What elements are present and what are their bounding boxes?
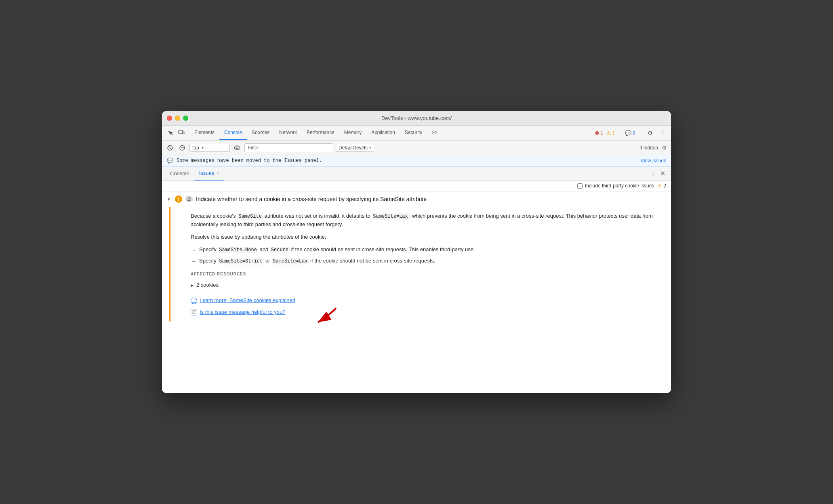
console-toolbar: top ▼ Default levels ▾ 9 hidden ⚙ — [162, 141, 671, 155]
links-section: → Learn more: SameSite cookies explained… — [191, 296, 663, 317]
inner-tabs-bar: Console Issues × ⋮ ✕ — [162, 167, 671, 181]
clear-console-button[interactable] — [165, 143, 175, 153]
cookies-toggle-arrow: ▶ — [191, 282, 194, 289]
badge-separator-2 — [640, 130, 640, 136]
bullet-2: → Specify SameSite=Strict or SameSite=La… — [191, 257, 663, 266]
devtools-top: Elements Console Sources Network Perform… — [162, 126, 671, 141]
main-content: ▼ ! 2 Indicate whether to send a cookie … — [162, 191, 671, 393]
red-arrow-annotation — [312, 304, 344, 328]
minimize-button[interactable] — [175, 116, 180, 121]
bullet-1: → Specify SameSite=None and Secure if th… — [191, 246, 663, 254]
svg-rect-1 — [183, 132, 184, 134]
issue-paragraph-2: Resolve this issue by updating the attri… — [191, 233, 663, 242]
fullscreen-button[interactable] — [183, 116, 188, 121]
tab-console[interactable]: Console — [219, 126, 247, 140]
info-banner: 💬 Some messages have been moved to the I… — [162, 155, 671, 167]
svg-rect-0 — [179, 130, 183, 134]
eye-button[interactable] — [232, 143, 242, 153]
filter-input[interactable] — [244, 143, 333, 152]
more-button[interactable]: ⋮ — [658, 128, 668, 138]
tab-network[interactable]: Network — [274, 126, 302, 140]
svg-point-7 — [236, 147, 238, 149]
close-issues-tab[interactable]: × — [217, 171, 219, 176]
title-bar: DevTools - www.youtube.com/ — [162, 111, 671, 126]
device-icon[interactable] — [177, 128, 186, 138]
cookies-label: 2 cookies — [196, 281, 219, 290]
close-button[interactable] — [167, 116, 172, 121]
traffic-lights — [167, 116, 188, 121]
context-selector[interactable]: top ▼ — [189, 144, 230, 152]
arrow-icon-2: → — [191, 257, 196, 266]
svg-line-3 — [168, 146, 172, 149]
helpful-link[interactable]: 💬 Is this issue message helpful to you? — [191, 308, 663, 317]
affected-resources: AFFECTED RESOURCES ▶ 2 cookies — [191, 271, 663, 291]
tab-application[interactable]: Application — [366, 126, 400, 140]
toolbar-right: ⊗ 1 ⚠ 1 💬 2 ⚙ ⋮ — [595, 128, 668, 138]
tab-security[interactable]: Security — [400, 126, 427, 140]
console-settings-button[interactable]: ⚙ — [661, 144, 668, 151]
svg-point-6 — [234, 146, 240, 150]
cookie-filter-bar: Include third-party cookie issues ⚠ 2 — [162, 181, 671, 191]
code-samesite-strict: SameSite=Strict — [218, 258, 264, 265]
code-samesite: SameSite — [237, 213, 263, 220]
warning-icon: ⚠ — [606, 130, 611, 136]
third-party-cookie-checkbox[interactable] — [577, 183, 583, 189]
bullet-1-text: Specify SameSite=None and Secure if the … — [199, 246, 475, 254]
learn-more-link[interactable]: → Learn more: SameSite cookies explained — [191, 296, 663, 305]
code-secure: Secure — [270, 247, 290, 253]
cookie-warning-icon: ⚠ — [657, 183, 662, 189]
inner-tab-console[interactable]: Console — [165, 167, 194, 181]
code-samesite-lax: SameSite=Lax — [372, 213, 409, 220]
error-icon: ⊗ — [595, 130, 600, 136]
inner-tabs-right: ⋮ ✕ — [648, 169, 668, 178]
issue-paragraph-1: Because a cookie's SameSite attribute wa… — [191, 212, 663, 229]
feedback-icon: 💬 — [191, 309, 197, 315]
log-levels-selector[interactable]: Default levels ▾ — [336, 144, 374, 152]
window-title: DevTools - www.youtube.com/ — [381, 115, 452, 121]
hidden-count: 9 hidden — [639, 145, 658, 151]
badge-separator — [620, 130, 620, 136]
learn-more-icon: → — [191, 298, 197, 304]
info-banner-text: 💬 Some messages have been moved to the I… — [167, 158, 322, 164]
arrow-icon-1: → — [191, 246, 196, 254]
cookie-warning-count: ⚠ 2 — [657, 183, 666, 189]
nav-tabs: Elements Console Sources Network Perform… — [162, 126, 671, 140]
tab-performance[interactable]: Performance — [302, 126, 339, 140]
cookies-toggle[interactable]: ▶ 2 cookies — [191, 280, 663, 291]
warning-badge[interactable]: ⚠ 1 — [606, 130, 615, 136]
inner-tab-issues[interactable]: Issues × — [194, 167, 224, 181]
tab-elements[interactable]: Elements — [189, 126, 219, 140]
third-party-cookie-label[interactable]: Include third-party cookie issues — [577, 183, 654, 189]
view-issues-link[interactable]: View issues — [641, 158, 666, 164]
issue-title: Indicate whether to send a cookie in a c… — [196, 196, 427, 202]
tab-sources[interactable]: Sources — [247, 126, 274, 140]
tab-memory[interactable]: Memory — [339, 126, 366, 140]
chat-icon: 💬 — [167, 158, 173, 164]
code-samesite-none: SameSite=None — [218, 247, 258, 253]
issue-header[interactable]: ▼ ! 2 Indicate whether to send a cookie … — [162, 191, 671, 207]
affected-resources-title: AFFECTED RESOURCES — [191, 271, 663, 277]
issue-expand-chevron: ▼ — [167, 197, 171, 202]
info-badge[interactable]: 💬 2 — [625, 130, 635, 136]
main-panel: Console Issues × ⋮ ✕ Include third-party… — [162, 167, 671, 393]
cursor-icon[interactable] — [165, 128, 175, 138]
close-panel-button[interactable]: ✕ — [658, 170, 668, 177]
issue-body: Because a cookie's SameSite attribute wa… — [169, 207, 671, 321]
tab-overflow[interactable]: >> — [427, 126, 442, 140]
devtools-window: DevTools - www.youtube.com/ Elements Con… — [162, 111, 671, 393]
issue-warning-icon: ! — [175, 195, 182, 203]
info-chat-icon: 💬 — [625, 130, 631, 136]
code-samesite-lax-2: SameSite=Lax — [271, 258, 309, 265]
error-badge[interactable]: ⊗ 1 — [595, 130, 603, 136]
bullet-2-text: Specify SameSite=Strict or SameSite=Lax … — [199, 257, 435, 265]
issue-count-badge: 2 — [185, 196, 193, 202]
settings-button[interactable]: ⚙ — [645, 128, 655, 138]
ban-icon[interactable] — [177, 143, 187, 153]
tab-options-button[interactable]: ⋮ — [648, 169, 658, 178]
